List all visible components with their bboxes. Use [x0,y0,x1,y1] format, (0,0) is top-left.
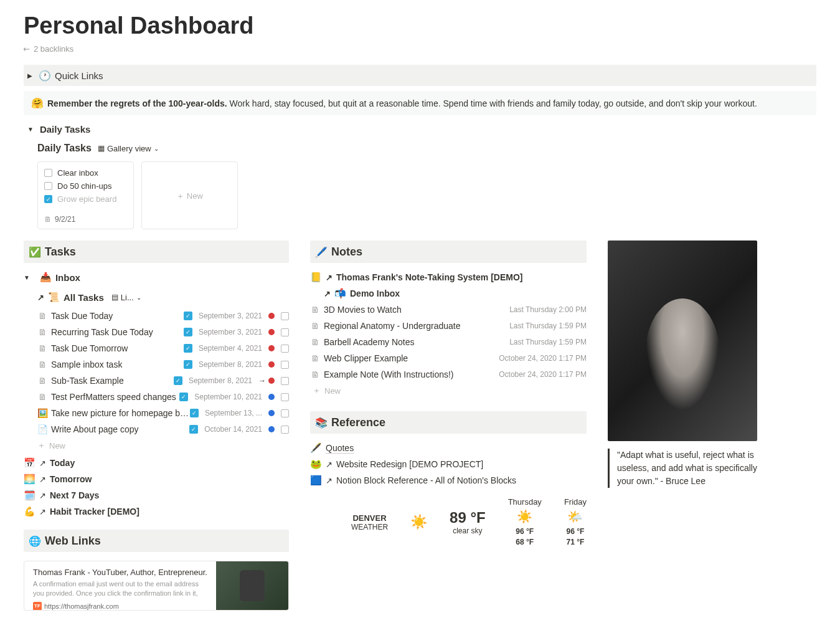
page-icon: 🗎 [310,369,320,379]
note-row[interactable]: 🗎 3D Movies to Watch Last Thursday 2:00 … [310,302,587,318]
task-row[interactable]: 🗎 Recurring Task Due Today ✓ September 3… [37,324,289,340]
checkbox-checked-icon[interactable]: ✓ [184,328,192,336]
new-task-button[interactable]: ＋New [24,440,289,451]
checkbox-empty-icon[interactable] [281,409,289,417]
note-row[interactable]: 🗎 Example Note (With Instructions!) Octo… [310,366,587,383]
reference-link[interactable]: 🐸 ↗ Website Redesign [DEMO PROJECT] [310,456,587,472]
task-quick-link[interactable]: 🌅 ↗ Tomorrow [24,471,289,487]
task-quick-link[interactable]: 💪 ↗ Habit Tracker [DEMO] [24,503,289,520]
task-row[interactable]: 📄 Write About page copy ✓ October 14, 20… [37,421,289,437]
demo-inbox-link[interactable]: ↗ 📬 Demo Inbox [310,285,587,302]
checkbox-empty-icon[interactable] [281,426,289,434]
task-row[interactable]: 🗎 Sub-Task Example ✓ September 8, 2021 → [37,373,289,389]
checkbox-checked-icon[interactable]: ✓ [190,409,199,417]
note-name: Example Note (With Instructions!) [324,369,454,379]
checkbox-checked-icon[interactable]: ✓ [189,425,198,434]
page-icon: 🗎 [44,215,52,224]
daily-tasks-db-title[interactable]: Daily Tasks [37,143,92,154]
scroll-icon: 📜 [48,292,60,303]
card-checklist-item[interactable]: ✓ Grow epic beard [44,194,127,204]
bookmark-thumb-icon [216,561,288,610]
note-row[interactable]: 🗎 Regional Anatomy - Undergraduate Last … [310,318,587,334]
clock-icon: 🕐 [39,70,51,82]
inbox-toggle[interactable]: ▼ 📥 Inbox [24,269,289,285]
card-checklist-item[interactable]: Clear inbox [44,168,127,178]
task-row[interactable]: 🖼️ Take new picture for homepage bac... … [37,405,289,421]
weather-widget: DENVER WEATHER ☀️ 89 °F clear sky Thursd… [310,497,587,548]
priority-dot-icon [268,345,275,351]
quick-links-toggle[interactable]: ▶ 🕐 Quick Links [24,65,816,86]
note-system-link[interactable]: 📒 ↗ Thomas Frank's Note-Taking System [D… [310,269,587,285]
partly-cloudy-icon: 🌤️ [564,509,587,524]
plus-icon: ＋ [176,191,184,202]
link-label: Notion Block Reference - All of Notion's… [336,475,516,485]
checkbox-checked-icon[interactable]: ✓ [44,195,52,203]
task-quick-link[interactable]: 📅 ↗ Today [24,455,289,471]
link-emoji-icon: 💪 [24,506,35,517]
link-emoji-icon: 🐸 [310,459,322,470]
note-name: 3D Movies to Watch [324,305,402,315]
favicon-icon: TF [33,602,42,611]
note-row[interactable]: 🗎 Web Clipper Example October 24, 2020 1… [310,350,587,366]
checkbox-empty-icon[interactable] [281,345,289,353]
link-arrow-icon: ↗ [326,273,333,282]
plus-icon: ＋ [37,440,45,451]
books-icon: 📚 [315,417,328,429]
priority-dot-icon [268,394,275,400]
task-quick-link[interactable]: 🗓️ ↗ Next 7 Days [24,487,289,503]
link-label: Next 7 Days [50,490,99,500]
page-emoji-icon: 🖼️ [37,408,47,418]
checkbox-checked-icon[interactable]: ✓ [184,312,192,320]
checkbox-empty-icon[interactable] [44,169,52,177]
checkbox-checked-icon[interactable]: ✓ [184,344,192,353]
checkbox-empty-icon[interactable] [281,328,289,336]
page-icon: 🗎 [37,376,47,386]
new-note-button[interactable]: ＋New [310,385,587,396]
checkbox-checked-icon[interactable]: ✓ [179,393,188,401]
backlinks-arrow-icon: ↙ [21,43,32,54]
checkbox-empty-icon[interactable] [281,377,289,385]
arrow-dash-icon: → [258,376,266,385]
pen-icon: 🖊️ [315,246,328,258]
priority-dot-icon [268,361,275,368]
quote-block: "Adapt what is useful, reject what is us… [608,449,757,488]
list-icon: ▤ [111,293,118,302]
task-row[interactable]: 🗎 Task Due Tomorrow ✓ September 4, 2021 [37,340,289,356]
new-card-button[interactable]: ＋ New [141,161,238,229]
task-name: Test PerfMatters speed changes [51,392,176,402]
check-icon: ✅ [29,246,41,258]
task-name: Take new picture for homepage bac... [51,408,190,418]
checkbox-empty-icon[interactable] [44,182,52,190]
checkbox-empty-icon[interactable] [281,393,289,401]
checkbox-empty-icon[interactable] [281,312,289,320]
reference-link[interactable]: 🖋️ Quotes [310,440,587,456]
note-row[interactable]: 🗎 Barbell Academy Notes Last Thursday 1:… [310,334,587,350]
gallery-view-picker[interactable]: ▦ Gallery view ⌄ [98,144,159,153]
list-view-picker[interactable]: ▤ Li... ⌄ [111,293,141,302]
daily-tasks-toggle[interactable]: ▼ Daily Tasks [24,120,816,138]
checkbox-checked-icon[interactable]: ✓ [174,376,182,385]
web-bookmark-card[interactable]: Thomas Frank - YouTuber, Author, Entrepr… [24,561,289,611]
task-row[interactable]: 🗎 Task Due Today ✓ September 3, 2021 [37,308,289,324]
task-date: September 8, 2021 [189,376,252,385]
hug-face-icon: 🤗 [31,97,44,109]
page-icon: 🗎 [37,359,47,369]
reference-header: 📚 Reference [310,411,587,434]
notes-header: 🖊️ Notes [310,240,587,263]
sun-icon: ☀️ [410,514,427,530]
card-checklist-item[interactable]: Do 50 chin-ups [44,181,127,191]
checkbox-checked-icon[interactable]: ✓ [184,360,192,369]
task-row[interactable]: 🗎 Test PerfMatters speed changes ✓ Septe… [37,389,289,405]
weather-forecast-day: Thursday ☀️ 96 °F68 °F [508,497,542,548]
daily-task-card[interactable]: Clear inbox Do 50 chin-ups ✓ Grow epic b… [37,161,134,229]
checkbox-empty-icon[interactable] [281,361,289,369]
all-tasks-link[interactable]: ↗ 📜 All Tasks ▤ Li... ⌄ [24,289,289,308]
sun-icon: ☀️ [508,509,542,524]
page-icon: 🗎 [37,327,47,337]
page-icon: 🗎 [37,392,47,402]
reference-link[interactable]: 🟦 ↗ Notion Block Reference - All of Noti… [310,472,587,488]
link-label: Quotes [326,443,354,453]
task-row[interactable]: 🗎 Sample inbox task ✓ September 8, 2021 [37,356,289,373]
link-arrow-icon: ↗ [326,476,333,485]
backlinks-link[interactable]: ↙ 2 backlinks [24,44,816,54]
